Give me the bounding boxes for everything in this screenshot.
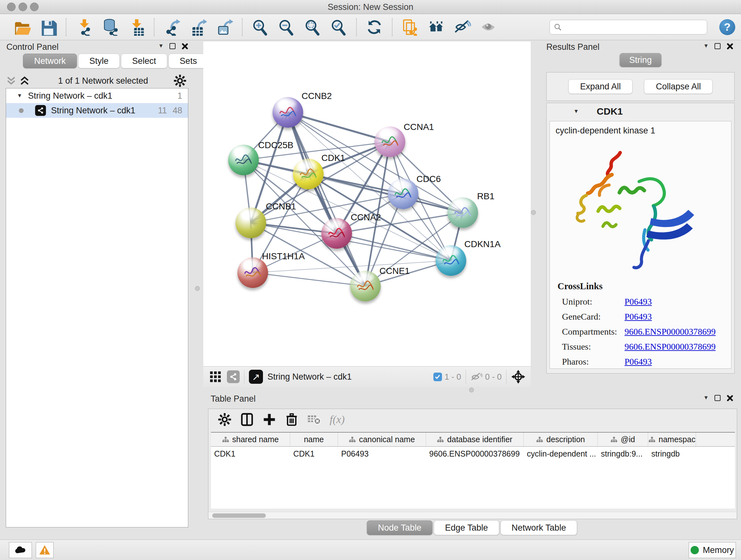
column-header-shared-name[interactable]: shared name [211, 433, 290, 446]
search-field[interactable] [549, 20, 707, 35]
memory-button[interactable]: Memory [689, 542, 736, 558]
column-header-description[interactable]: description [524, 433, 598, 446]
import-network-icon[interactable] [74, 17, 94, 37]
import-network-database-icon[interactable] [100, 17, 120, 37]
results-panel-float-icon[interactable] [715, 43, 721, 49]
show-all-icon[interactable] [479, 17, 498, 37]
results-panel-close-icon[interactable] [726, 43, 733, 49]
hidden-items-eye-icon[interactable] [470, 372, 482, 382]
tab-node-table[interactable]: Node Table [367, 520, 432, 535]
grid-view-icon[interactable] [209, 370, 222, 383]
network-node-cdkn1a[interactable] [435, 245, 466, 276]
tab-network-table[interactable]: Network Table [500, 520, 577, 535]
control-panel-menu-icon[interactable]: ▼ [158, 43, 164, 49]
network-collection-row[interactable]: ▼ String Network – cdk1 1 [6, 88, 188, 103]
column-header-namespac[interactable]: namespac [648, 433, 696, 446]
table-panel-menu-icon[interactable]: ▼ [703, 395, 709, 401]
network-node-ccnb1[interactable] [235, 207, 266, 238]
tab-style[interactable]: Style [78, 54, 120, 68]
right-splitter-handle[interactable] [531, 210, 536, 215]
warnings-button[interactable] [36, 542, 54, 558]
column-header-name[interactable]: name [290, 433, 338, 446]
export-table-icon[interactable] [188, 17, 208, 37]
gene-collapse-icon[interactable]: ▼ [574, 108, 579, 115]
network-node-cdk1[interactable] [293, 159, 324, 189]
table-cell[interactable]: 9606.ENSP00000378699 [426, 447, 524, 461]
table-cell[interactable]: stringdb [648, 447, 696, 461]
crosslink-link[interactable]: P06493 [624, 297, 652, 307]
tab-string[interactable]: String [620, 53, 662, 67]
create-column-icon[interactable] [261, 411, 278, 428]
tab-select[interactable]: Select [121, 54, 167, 68]
collapse-all-networks-icon[interactable] [6, 76, 17, 85]
selected-items-checkbox-icon[interactable] [433, 373, 442, 381]
left-splitter-handle[interactable] [195, 286, 200, 291]
save-session-icon[interactable] [38, 17, 58, 37]
network-row[interactable]: String Network – cdk1 11 48 [6, 103, 188, 118]
tab-sets[interactable]: Sets [169, 54, 208, 68]
open-session-icon[interactable] [12, 17, 32, 37]
refresh-layout-icon[interactable] [364, 17, 384, 37]
fit-selected-crosshair-icon[interactable] [511, 369, 526, 384]
table-cell[interactable]: CDK1 [211, 447, 290, 461]
network-node-ccna1[interactable] [375, 126, 405, 157]
table-panel-float-icon[interactable] [715, 395, 721, 401]
network-node-ccna2[interactable] [321, 218, 352, 249]
network-share-view-icon[interactable] [227, 370, 240, 383]
table-cell[interactable]: P06493 [338, 447, 426, 461]
network-options-gear-icon[interactable] [174, 74, 186, 87]
column-header-database-identifier[interactable]: database identifier [426, 433, 524, 446]
export-image-icon[interactable] [214, 17, 234, 37]
network-node-cdc25b[interactable] [228, 145, 259, 175]
network-node-cdc6[interactable] [388, 179, 418, 209]
tab-network[interactable]: Network [23, 54, 77, 68]
network-node-ccne1[interactable] [350, 271, 381, 301]
home-network-icon[interactable] [426, 17, 446, 37]
export-network-icon[interactable] [162, 17, 182, 37]
help-button[interactable]: ? [719, 19, 735, 35]
clone-network-icon[interactable] [400, 17, 420, 37]
table-row[interactable]: CDK1CDK1P064939606.ENSP00000378699cyclin… [211, 447, 735, 461]
network-edge[interactable] [253, 273, 365, 286]
zoom-selected-icon[interactable] [329, 17, 348, 37]
birds-eye-view-icon[interactable]: ↗ [249, 370, 263, 384]
bottom-splitter-handle[interactable] [469, 388, 474, 392]
cloud-button[interactable] [9, 542, 32, 558]
node-table[interactable]: shared namename canonical name database … [211, 432, 735, 509]
zoom-out-icon[interactable] [276, 17, 296, 37]
network-edge[interactable] [288, 112, 390, 142]
tab-edge-table[interactable]: Edge Table [434, 520, 499, 535]
control-panel-close-icon[interactable] [181, 43, 188, 49]
results-panel-menu-icon[interactable]: ▼ [703, 43, 709, 49]
search-input[interactable] [562, 23, 707, 32]
delete-column-trash-icon[interactable] [283, 411, 300, 428]
column-header-canonical-name[interactable]: canonical name [338, 433, 426, 446]
crosslink-link[interactable]: 9606.ENSP00000378699 [624, 327, 716, 337]
crosslink-link[interactable]: 9606.ENSP00000378699 [624, 341, 716, 352]
crosslink-link[interactable]: P06493 [624, 357, 652, 367]
crosslink-link[interactable]: P06493 [624, 312, 652, 322]
expand-all-button[interactable]: Expand All [568, 79, 633, 94]
table-cell[interactable]: cyclin-dependent ... [524, 447, 598, 461]
table-horizontal-scrollbar[interactable] [208, 512, 736, 519]
collection-expand-icon[interactable]: ▼ [17, 92, 22, 99]
zoom-in-icon[interactable] [250, 17, 270, 37]
delete-table-icon[interactable] [306, 411, 323, 428]
table-panel-close-icon[interactable] [726, 395, 733, 401]
scrollbar-thumb[interactable] [212, 513, 266, 518]
network-node-ccnb2[interactable] [273, 97, 303, 128]
zoom-fit-icon[interactable] [302, 17, 322, 37]
expand-all-networks-icon[interactable] [19, 76, 30, 85]
network-canvas[interactable]: CCNB2 CCNA1 CDC25B CDK1 CDC6 RB1CCNB1 CC… [203, 42, 531, 366]
column-header--id[interactable]: @id [598, 433, 648, 446]
table-options-gear-icon[interactable] [216, 411, 233, 428]
collapse-all-button[interactable]: Collapse All [644, 79, 713, 94]
hide-selected-icon[interactable] [453, 17, 472, 37]
control-panel-float-icon[interactable] [170, 43, 176, 49]
import-table-icon[interactable] [126, 17, 146, 37]
show-column-panel-icon[interactable] [239, 411, 256, 428]
network-node-hist1h1a[interactable] [238, 257, 268, 288]
function-builder-icon[interactable]: f(x) [330, 414, 345, 426]
network-node-rb1[interactable] [448, 197, 478, 228]
table-cell[interactable]: CDK1 [290, 447, 338, 461]
